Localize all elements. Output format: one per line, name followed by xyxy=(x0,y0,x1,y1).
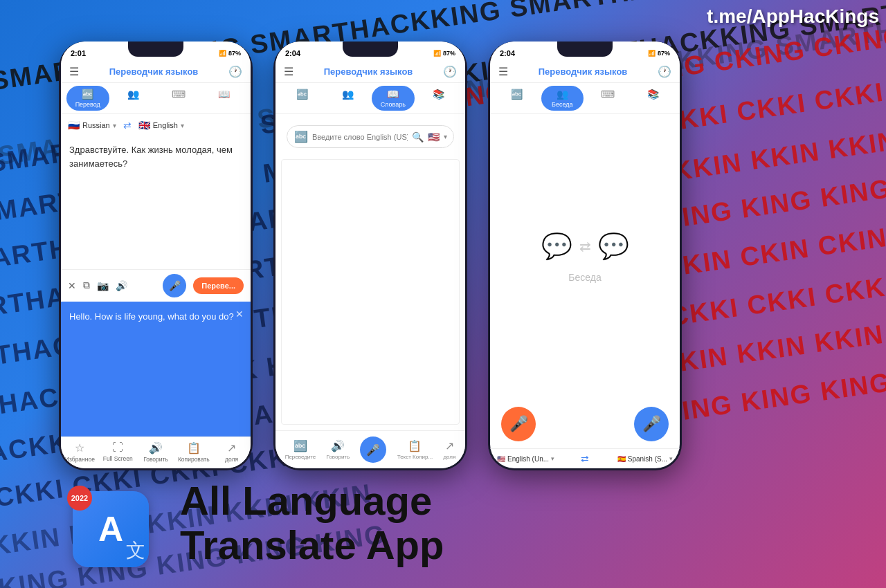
phone3-tab-conv[interactable]: 👥 Беседа xyxy=(541,86,584,111)
source-lang-label: Russian xyxy=(82,121,110,129)
phone2-tab-bar[interactable]: 🔤 👥 📖 Словарь 📚 xyxy=(275,83,465,114)
nav-fullscreen[interactable]: ⛶ Full Screen xyxy=(99,441,137,463)
phone1-status-bar: 2:01 📶 87% xyxy=(61,42,251,61)
phone3-mic-orange-button[interactable]: 🎤 xyxy=(501,407,536,441)
swap-languages-icon[interactable]: ⇄ xyxy=(123,120,132,131)
phone2-speak-btn[interactable]: 🔊 Говорить xyxy=(327,439,350,460)
phone2-search-input[interactable] xyxy=(312,133,408,141)
brand-label: t.me/AppHacKings xyxy=(707,6,879,28)
phone3-clock-icon[interactable]: 🕐 xyxy=(658,65,671,78)
phone3-status-icons: 📶 87% xyxy=(648,50,670,57)
phone2-tab-translate[interactable]: 🔤 xyxy=(281,86,324,111)
tab-people[interactable]: 👥 xyxy=(112,86,155,111)
nav-speak[interactable]: 🔊 Говорить xyxy=(137,441,175,463)
phone2-clock-icon[interactable]: 🕐 xyxy=(443,65,457,78)
speak-icon: 🔊 xyxy=(149,441,163,454)
translate-button[interactable]: Переве... xyxy=(193,277,244,294)
phone2-copy-text-btn[interactable]: 📋 Текст Копир... xyxy=(397,439,433,460)
phone1-target-lang[interactable]: 🇬🇧 English ▾ xyxy=(138,120,184,131)
phone2-translate-btn[interactable]: 🔤 Переведите xyxy=(285,439,316,460)
phone2-app-header: ☰ Переводчик языков 🕐 xyxy=(275,61,465,83)
phone2-tab-dict[interactable]: 📖 Словарь xyxy=(372,86,415,111)
conv-people-icon: 👥 xyxy=(557,89,568,100)
phone-1-screen: 2:01 📶 87% ☰ Переводчик языков 🕐 🔤 Перев… xyxy=(61,42,251,468)
people-icon: 👥 xyxy=(127,89,139,100)
phone2-search-bar[interactable]: 🔤 🔍 🇺🇸 ▾ xyxy=(287,125,454,148)
phone3-lang-swap-icon[interactable]: ⇄ xyxy=(581,453,589,464)
es-flag-conv: 🇪🇸 xyxy=(617,455,626,463)
phone2-status-icons: 📶 87% xyxy=(433,50,455,57)
nav-share-label: доля xyxy=(225,456,238,463)
phone-1: 2:01 📶 87% ☰ Переводчик языков 🕐 🔤 Перев… xyxy=(59,42,253,470)
phone2-tab-book[interactable]: 📚 xyxy=(417,86,460,111)
tab-book[interactable]: 📖 xyxy=(203,86,246,111)
phone2-mic-icon: 🎤 xyxy=(366,443,380,457)
phone2-header-title: Переводчик языков xyxy=(324,66,413,77)
phone2-share-btn[interactable]: ↗ доля xyxy=(443,439,455,460)
phone3-lang1-label: English (Un... xyxy=(507,455,549,463)
fullscreen-icon: ⛶ xyxy=(112,441,123,454)
phone2-speak-nav-label: Говорить xyxy=(327,454,350,460)
copy-icon[interactable]: ⧉ xyxy=(83,279,90,291)
phone2-status-bar: 2:04 📶 87% xyxy=(275,42,465,61)
nav-share[interactable]: ↗ доля xyxy=(213,441,251,463)
phone2-speaker-nav-icon: 🔊 xyxy=(331,439,345,452)
share-icon: ↗ xyxy=(227,441,236,454)
phone3-conv-label: Беседа xyxy=(568,272,601,283)
speaker-icon[interactable]: 🔊 xyxy=(116,280,127,291)
phone1-mic-button[interactable]: 🎤 xyxy=(163,274,186,297)
phone1-lang-selector: 🇷🇺 Russian ▾ ⇄ 🇬🇧 English ▾ xyxy=(61,114,251,136)
chat-right-icon: 💬 xyxy=(598,232,629,261)
phone3-conv-empty: 💬 ⇄ 💬 Беседа xyxy=(490,114,680,400)
tab-translate[interactable]: 🔤 Перевод xyxy=(66,86,109,111)
target-lang-label: English xyxy=(153,121,178,129)
phone2-translate-nav-label: Переведите xyxy=(285,454,316,460)
phone2-dict-empty-area xyxy=(281,159,460,425)
phone3-tab-bar[interactable]: 🔤 👥 Беседа ⌨ 📚 xyxy=(490,83,680,114)
phone1-time: 2:01 xyxy=(71,49,86,57)
phone3-mic-orange-icon: 🎤 xyxy=(509,415,528,433)
nav-copy[interactable]: 📋 Копировать xyxy=(174,441,213,463)
phone3-mic-blue-button[interactable]: 🎤 xyxy=(634,407,669,441)
phone3-lang1-btn[interactable]: 🇺🇸 English (Un... ▾ xyxy=(497,455,572,463)
search-magnifier-icon[interactable]: 🔍 xyxy=(412,131,424,143)
keyboard-icon: ⌨ xyxy=(172,89,186,100)
phone-3-screen: 2:04 📶 87% ☰ Переводчик языков 🕐 🔤 👥 xyxy=(490,42,680,468)
english-flag: 🇬🇧 xyxy=(138,120,150,131)
phone1-status-icons: 📶 87% xyxy=(219,50,241,57)
tab-keyboard[interactable]: ⌨ xyxy=(157,86,200,111)
phone1-source-lang[interactable]: 🇷🇺 Russian ▾ xyxy=(68,120,116,131)
phone2-mic-center-button[interactable]: 🎤 xyxy=(360,437,386,463)
nav-favorites[interactable]: ☆ Избранное xyxy=(61,441,99,463)
phone3-lang1-chevron: ▾ xyxy=(551,455,554,462)
phone3-tab-translate[interactable]: 🔤 xyxy=(496,86,539,111)
phone3-tab-book[interactable]: 📚 xyxy=(632,86,675,111)
close-icon[interactable]: ✕ xyxy=(68,280,76,291)
search-lang-chevron[interactable]: ▾ xyxy=(444,133,447,140)
phone1-clock-icon[interactable]: 🕐 xyxy=(228,65,242,78)
app-icon-letter: A xyxy=(98,509,123,549)
phone3-lang2-label: Spanish (S... xyxy=(628,455,667,463)
result-close-icon[interactable]: ✕ xyxy=(235,307,244,322)
dict-icon: 📖 xyxy=(387,89,399,100)
bottom-text-container: All Language Translate App xyxy=(180,479,444,567)
phone3-menu-icon[interactable]: ☰ xyxy=(498,65,508,78)
phone3-status-bar: 2:04 📶 87% xyxy=(490,42,680,61)
phone3-tab-keyboard[interactable]: ⌨ xyxy=(586,86,629,111)
app-icon: 2022 A 文 xyxy=(73,491,149,567)
conv-chat-icons: 💬 ⇄ 💬 xyxy=(541,232,629,261)
phone2-menu-icon[interactable]: ☰ xyxy=(284,65,293,78)
app-title-line1: All Language xyxy=(180,479,444,523)
phone2-search-container: 🔤 🔍 🇺🇸 ▾ xyxy=(275,114,465,159)
phone3-book-icon: 📚 xyxy=(647,89,659,100)
phone3-lang-row: 🇺🇸 English (Un... ▾ ⇄ 🇪🇸 Spanish (S... ▾ xyxy=(490,448,680,468)
phone1-menu-icon[interactable]: ☰ xyxy=(69,65,79,78)
phone1-tab-bar[interactable]: 🔤 Перевод 👥 ⌨ 📖 xyxy=(61,83,251,114)
search-flag-icon: 🔤 xyxy=(294,130,308,143)
phone1-source-area[interactable]: Здравствуйте. Как жизнь молодая, чем зан… xyxy=(61,136,251,269)
phone3-lang2-btn[interactable]: 🇪🇸 Spanish (S... ▾ xyxy=(597,455,673,463)
phone2-tab-people[interactable]: 👥 xyxy=(327,86,370,111)
camera-icon[interactable]: 📷 xyxy=(97,280,109,291)
translate-symbol-icon: 文 xyxy=(126,538,145,564)
app-title-line2: Translate App xyxy=(180,523,444,567)
